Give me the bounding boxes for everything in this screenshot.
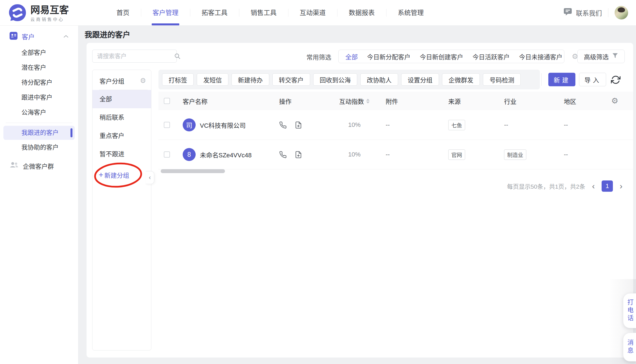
call-phone-icon[interactable] xyxy=(279,121,287,129)
filter-all[interactable]: 全部 xyxy=(345,52,358,61)
table-header-row: 客户名称 操作 互动指数 附件 来源 行业 地区 ⚙ xyxy=(158,92,633,110)
advanced-filter-button[interactable]: 高级筛选 xyxy=(577,50,625,63)
wecom-broadcast-button[interactable]: 企微群发 xyxy=(442,73,480,86)
user-avatar[interactable] xyxy=(615,6,628,19)
filter-today-active[interactable]: 今日活跃客户 xyxy=(472,52,510,61)
interaction-index-value: 10% xyxy=(333,121,376,129)
sidebar-item-wecom-customer-groups[interactable]: 企微客户群 xyxy=(0,158,78,173)
brand-subtitle: 云商销售中心 xyxy=(30,16,69,22)
pagination: 每页显示50条，共1页，共2条 ‹ 1 › xyxy=(507,180,624,192)
add-note-icon[interactable] xyxy=(295,121,302,129)
customer-card-icon xyxy=(10,32,17,41)
nav-item-customer-management[interactable]: 客户管理 xyxy=(141,0,190,25)
common-filters-bar: 全部 今日新分配客户 今日新创建客户 今日活跃客户 今日未接通客户 ⚙ xyxy=(338,50,564,63)
send-sms-button[interactable]: 发短信 xyxy=(197,73,228,86)
group-item-contact-later[interactable]: 稍后联系 xyxy=(92,108,151,127)
customer-avatar: 司 xyxy=(183,118,196,131)
group-item-all[interactable]: 全部 xyxy=(92,90,151,108)
search-input[interactable] xyxy=(96,52,174,60)
contact-us-button[interactable]: 联系我们 xyxy=(564,8,602,17)
customer-search-box xyxy=(92,50,177,63)
brand-name: 网易互客 xyxy=(30,5,69,15)
import-button[interactable]: 导入 xyxy=(579,73,606,86)
chevron-left-icon: ‹ xyxy=(149,174,151,181)
page-title: 我跟进的客户 xyxy=(85,29,130,40)
divider xyxy=(541,73,542,86)
tag-button[interactable]: 打标签 xyxy=(162,73,194,86)
recycle-to-public-pool-button[interactable]: 回收到公海 xyxy=(313,73,357,86)
search-icon[interactable] xyxy=(174,53,181,59)
call-phone-icon[interactable] xyxy=(279,151,287,158)
table-row: 司 VC科技有限公司 10% -- 七鱼 -- xyxy=(158,110,633,140)
chat-bubble-icon xyxy=(564,8,572,17)
add-note-icon[interactable] xyxy=(295,151,302,158)
groups-settings-gear-icon[interactable]: ⚙ xyxy=(140,77,146,84)
app-window: 网易互客 云商销售中心 首页 客户管理 拓客工具 销售工具 互动渠道 数据报表 … xyxy=(0,0,636,364)
transfer-customer-button[interactable]: 转交客户 xyxy=(272,73,310,86)
sidebar-item-following-customers[interactable]: 跟进中客户 xyxy=(0,90,78,105)
sidebar-item-unassigned-customers[interactable]: 待分配客户 xyxy=(0,75,78,90)
table-row: 8 未命名SZe4VVc48 10% -- 官网 制造业 xyxy=(158,140,633,169)
column-customer-name: 客户名称 xyxy=(175,96,275,105)
refresh-button[interactable] xyxy=(610,74,621,85)
horizontal-scrollbar-thumb[interactable] xyxy=(161,169,225,173)
nav-item-home[interactable]: 首页 xyxy=(105,0,141,25)
current-page-number[interactable]: 1 xyxy=(602,180,613,192)
column-region: 地区 xyxy=(553,96,610,105)
sidebar-item-all-customers[interactable]: 全部客户 xyxy=(0,45,78,60)
brand-logo-icon xyxy=(8,4,26,23)
select-all-checkbox[interactable] xyxy=(164,98,170,104)
pagination-summary: 每页显示50条，共1页，共2条 xyxy=(507,182,585,190)
sidebar-section-customer[interactable]: 客户 xyxy=(0,25,78,41)
main-content: 我跟进的客户 常用筛选 全部 今日新分配客户 今日新创建客户 今日活跃客户 今日… xyxy=(78,25,636,364)
collapse-panel-handle[interactable]: ‹ xyxy=(146,171,154,184)
chevron-up-icon xyxy=(63,34,69,39)
create-new-button[interactable]: 新建 xyxy=(548,73,575,86)
sidebar-item-my-assisted-customers[interactable]: 我协助的客户 xyxy=(0,140,78,155)
row-checkbox[interactable] xyxy=(164,122,170,128)
filter-today-newly-assigned[interactable]: 今日新分配客户 xyxy=(367,52,410,61)
sidebar-item-potential-customers[interactable]: 潜在客户 xyxy=(0,60,78,75)
row-checkbox[interactable] xyxy=(164,151,170,158)
sidebar-item-my-followed-customers[interactable]: 我跟进的客户 xyxy=(3,126,75,140)
new-group-button[interactable]: + 新建分组 xyxy=(92,166,151,184)
funnel-icon xyxy=(612,52,618,60)
customer-name-link[interactable]: 未命名SZe4VVc48 xyxy=(200,150,251,159)
sort-icon[interactable] xyxy=(366,99,370,103)
brand-logo: 网易互客 云商销售中心 xyxy=(8,4,69,23)
group-item-key-customers[interactable]: 重点客户 xyxy=(92,127,151,145)
previous-page-button[interactable]: ‹ xyxy=(591,182,596,190)
advanced-filter-label: 高级筛选 xyxy=(584,52,609,61)
nav-item-system-management[interactable]: 系统管理 xyxy=(386,0,435,25)
messages-floating-button[interactable]: 消息 xyxy=(623,333,636,361)
nav-item-prospecting-tools[interactable]: 拓客工具 xyxy=(190,0,239,25)
set-group-button[interactable]: 设置分组 xyxy=(401,73,439,86)
sidebar: 客户 全部客户 潜在客户 待分配客户 跟进中客户 公海客户 我跟进的客户 我协助… xyxy=(0,25,78,364)
nav-item-interaction-channels[interactable]: 互动渠道 xyxy=(288,0,337,25)
nav-item-sales-tools[interactable]: 销售工具 xyxy=(239,0,288,25)
new-todo-button[interactable]: 新建待办 xyxy=(231,73,269,86)
customer-avatar: 8 xyxy=(183,148,196,161)
groups-panel-title: 客户分组 xyxy=(100,76,124,85)
nav-item-data-reports[interactable]: 数据报表 xyxy=(337,0,386,25)
number-check-button[interactable]: 号码检测 xyxy=(483,73,521,86)
make-call-label: 打电话 xyxy=(625,299,634,323)
column-settings-gear-icon[interactable]: ⚙ xyxy=(611,97,618,105)
next-page-button[interactable]: › xyxy=(619,182,624,190)
group-item-not-following[interactable]: 暂不跟进 xyxy=(92,145,151,163)
filter-today-unconnected[interactable]: 今日未接通客户 xyxy=(519,52,562,61)
region-value: -- xyxy=(553,121,610,129)
sidebar-item-label: 企微客户群 xyxy=(23,161,54,170)
customer-name-link[interactable]: VC科技有限公司 xyxy=(200,120,246,129)
bulk-actions-toolbar: 打标签 发短信 新建待办 转交客户 回收到公海 改协助人 设置分组 企微群发 号… xyxy=(158,70,540,89)
common-filters-label: 常用筛选 xyxy=(306,52,331,61)
change-assistant-button[interactable]: 改协助人 xyxy=(360,73,398,86)
filter-today-newly-created[interactable]: 今日新创建客户 xyxy=(420,52,463,61)
attachment-value: -- xyxy=(376,151,435,158)
attachment-value: -- xyxy=(376,121,435,129)
sidebar-item-public-pool-customers[interactable]: 公海客户 xyxy=(0,105,78,120)
column-source: 来源 xyxy=(435,96,494,105)
contact-us-label: 联系我们 xyxy=(576,8,602,17)
main-nav: 首页 客户管理 拓客工具 销售工具 互动渠道 数据报表 系统管理 xyxy=(105,0,435,25)
make-call-floating-button[interactable]: 打电话 xyxy=(623,293,636,328)
